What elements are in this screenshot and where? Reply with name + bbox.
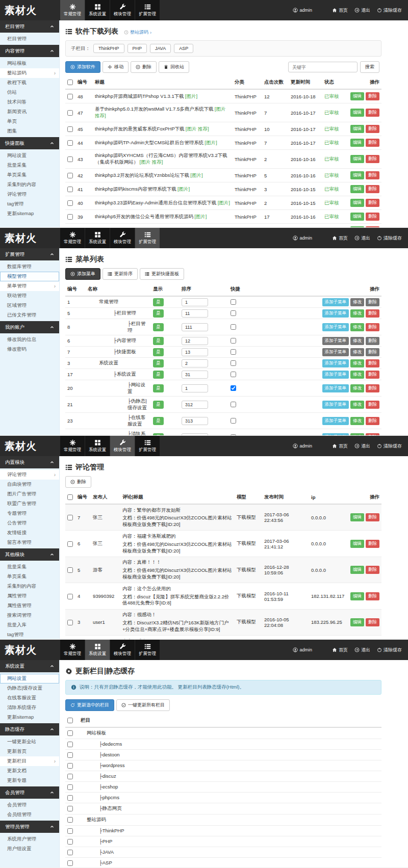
- user-menu[interactable]: admin: [293, 8, 312, 13]
- nav-tab-2[interactable]: 系统设置: [85, 436, 110, 456]
- modify-button[interactable]: 修改: [350, 401, 364, 409]
- edit-button[interactable]: 编辑: [350, 513, 364, 521]
- sidebar-item[interactable]: 更新专题: [0, 776, 59, 785]
- row-checkbox[interactable]: [67, 817, 73, 823]
- quick-checkbox[interactable]: [231, 402, 236, 407]
- row-checkbox[interactable]: [67, 140, 73, 146]
- sidebar-item[interactable]: 仿站: [0, 88, 59, 97]
- modify-button[interactable]: 修改: [350, 417, 364, 425]
- delete-button[interactable]: 删除: [366, 337, 379, 345]
- row-checkbox[interactable]: [67, 94, 73, 99]
- sidebar-item[interactable]: 已传文件管理: [0, 310, 59, 320]
- topbar-link-3[interactable]: 清除缓存: [377, 235, 402, 242]
- edit-button[interactable]: 编辑: [350, 566, 364, 574]
- modify-button[interactable]: 修改: [350, 433, 364, 436]
- sidebar-section-header[interactable]: 快捷面板: [0, 137, 59, 149]
- quick-checkbox[interactable]: [231, 418, 236, 424]
- nav-tab-1[interactable]: 常规管理: [60, 640, 85, 660]
- user-menu[interactable]: admin: [293, 647, 312, 652]
- add-submenu-button[interactable]: 添加子菜单: [322, 401, 349, 409]
- delete-button[interactable]: 删除: [366, 371, 379, 379]
- sidebar-item[interactable]: 图集: [0, 126, 59, 136]
- sidebar-item[interactable]: 评论管理: [0, 190, 59, 199]
- sidebar-item[interactable]: 系统用户管理: [0, 834, 59, 844]
- sidebar-item[interactable]: 留言本管理: [0, 538, 59, 547]
- row-checkbox[interactable]: [67, 187, 73, 192]
- topbar-link-2[interactable]: 退出: [354, 443, 370, 450]
- edit-button[interactable]: 编辑: [350, 171, 364, 179]
- add-submenu-button[interactable]: 添加子菜单: [322, 309, 349, 318]
- nav-tab-3[interactable]: 模块管理: [110, 228, 135, 248]
- sidebar-item[interactable]: tag管理: [0, 630, 59, 640]
- sidebar-section-header[interactable]: 扩展管理: [0, 248, 59, 260]
- user-menu[interactable]: admin: [293, 443, 312, 449]
- nav-tab-4[interactable]: 扩展管理: [135, 640, 160, 660]
- comment-doc-link[interactable]: 价值498元的Discuz!X3仿ZCOOL图片素材站模板商业版免费下载[ID:…: [122, 515, 232, 527]
- software-title-link[interactable]: thinkphp5开发的微信公众号通用管理系统源码: [95, 214, 193, 219]
- sidebar-section-header[interactable]: 栏目管理: [0, 20, 59, 33]
- sort-order-input[interactable]: [182, 323, 208, 331]
- sidebar-item[interactable]: 修改密码: [0, 345, 59, 354]
- toolbar-button-1[interactable]: 添加菜单: [65, 268, 100, 280]
- row-checkbox[interactable]: [67, 173, 73, 178]
- delete-button[interactable]: 删除: [366, 139, 379, 147]
- sort-order-input[interactable]: [182, 359, 208, 367]
- sidebar-item[interactable]: 采集到的内容: [0, 582, 59, 591]
- sidebar-item[interactable]: 搜索词管理: [0, 611, 59, 620]
- sidebar-item[interactable]: 数据库管理: [0, 262, 59, 272]
- delete-button[interactable]: 删除: [366, 433, 379, 436]
- delete-button[interactable]: 删除: [366, 592, 379, 600]
- delete-button[interactable]: 删除: [366, 92, 379, 100]
- nav-tab-4[interactable]: 扩展管理: [135, 436, 160, 456]
- toolbar-button-4[interactable]: 回收站: [159, 61, 189, 73]
- edit-button[interactable]: 编辑: [350, 226, 364, 227]
- sidebar-item[interactable]: 更新sitemap: [0, 713, 59, 722]
- sidebar-item[interactable]: 属性管理: [0, 591, 59, 601]
- sidebar-item[interactable]: 会员组管理: [0, 810, 59, 820]
- toolbar-button-1[interactable]: 删除: [65, 476, 91, 488]
- quick-checkbox[interactable]: [231, 434, 236, 435]
- sidebar-item[interactable]: 属性值管理: [0, 601, 59, 611]
- delete-button[interactable]: 删除: [366, 226, 379, 227]
- sort-order-input[interactable]: [182, 433, 208, 436]
- edit-button[interactable]: 编辑: [350, 155, 364, 163]
- toolbar-button-2[interactable]: 更新排序: [103, 268, 138, 280]
- sidebar-item[interactable]: 自由块管理: [0, 480, 59, 489]
- add-submenu-button[interactable]: 添加子菜单: [322, 298, 349, 306]
- quick-checkbox[interactable]: [231, 299, 236, 305]
- sidebar-item[interactable]: 更新文档: [0, 766, 59, 776]
- sidebar-item[interactable]: 伪静态|缓存设置: [0, 683, 59, 693]
- edit-button[interactable]: 编辑: [350, 213, 364, 221]
- modify-button[interactable]: 修改: [350, 371, 364, 379]
- nav-tab-2[interactable]: 系统设置: [85, 0, 110, 20]
- topbar-link-2[interactable]: 退出: [354, 647, 370, 653]
- delete-button[interactable]: 删除: [366, 348, 379, 356]
- edit-button[interactable]: 编辑: [350, 92, 364, 100]
- sidebar-item[interactable]: 单页采集: [0, 170, 59, 180]
- sidebar-item[interactable]: 网站设置: [0, 674, 59, 683]
- software-title-link[interactable]: thinkphp源码TP-Admin大型CMS站群后台管理系统: [95, 140, 203, 145]
- nav-tab-3[interactable]: 模块管理: [110, 0, 135, 20]
- comment-doc-link[interactable]: discuz【克隆】拼车系统完整商业版2.2.2价值488元免费分享[ID:8]: [122, 594, 230, 606]
- topbar-link-3[interactable]: 清除缓存: [377, 7, 402, 14]
- row-checkbox[interactable]: [67, 806, 73, 811]
- edit-button[interactable]: 编辑: [350, 139, 364, 147]
- edit-button[interactable]: 编辑: [350, 109, 364, 117]
- edit-button[interactable]: 编辑: [350, 592, 364, 600]
- delete-button[interactable]: 删除: [366, 384, 379, 392]
- nav-tab-1[interactable]: 常规管理: [60, 228, 85, 248]
- software-title-link[interactable]: thinkphp开源商城源码TPshop V1.3.1下载: [95, 93, 184, 99]
- modify-button[interactable]: 修改: [350, 323, 364, 331]
- sidebar-section-header[interactable]: 内置模块: [0, 456, 59, 468]
- sidebar-item[interactable]: 图片广告管理: [0, 489, 59, 499]
- edit-button[interactable]: 编辑: [350, 618, 364, 626]
- row-checkbox[interactable]: [67, 784, 73, 790]
- sidebar-item[interactable]: 单页: [0, 117, 59, 126]
- sidebar-section-header[interactable]: 系统设置: [0, 660, 59, 672]
- edit-button[interactable]: 编辑: [350, 540, 364, 548]
- add-submenu-button[interactable]: 添加子菜单: [322, 371, 349, 379]
- row-checkbox[interactable]: [67, 795, 73, 801]
- sidebar-item[interactable]: 在线客服设置: [0, 693, 59, 703]
- row-checkbox[interactable]: [67, 110, 73, 116]
- sidebar-item[interactable]: 模型管理: [0, 272, 59, 281]
